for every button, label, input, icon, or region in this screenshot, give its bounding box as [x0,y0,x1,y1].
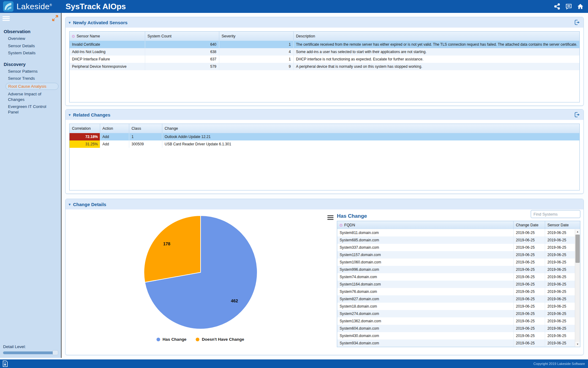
col-header-change-date[interactable]: Change Date [513,221,545,229]
system-row[interactable]: System827.domain.com2019-06-252019-06-25 [337,295,580,303]
system-row[interactable]: System76.domain.com2019-06-252019-06-25 [337,288,580,295]
scroll-down-icon[interactable]: ▼ [575,342,580,347]
has-change-table: FQDN Change Date Sensor Date System811.d… [337,221,580,347]
panel-related-changes: ▾ Related Changes Correlation Action Cla… [65,109,584,194]
has-change-table-wrap: FQDN Change Date Sensor Date System811.d… [337,221,580,347]
sensor-row[interactable]: Peripheral Device Nonresponsive5799A per… [70,63,579,70]
lakeside-logo-icon [3,1,13,12]
sensor-row[interactable]: Invalid Certificate6401The certificate r… [70,41,579,48]
sensors-panel-header: ▾ Newly Activated Sensors [66,17,583,28]
system-row[interactable]: System430.domain.com2019-06-252019-06-25 [337,332,580,339]
collapse-caret-icon[interactable]: ▾ [69,20,71,25]
panel-newly-activated-sensors: ▾ Newly Activated Sensors Sensor Name Sy… [65,17,584,106]
system-row[interactable]: System934.domain.com2019-06-252019-06-25 [337,339,580,347]
sidebar-item-evergreen-it-control-panel[interactable]: Evergreen IT Control Panel [0,103,61,116]
detail-level: Detail Level: [3,344,57,354]
collapse-caret-icon[interactable]: ▾ [69,202,71,207]
scrollbar-thumb[interactable] [575,235,580,263]
change-details-panel-title: Change Details [73,202,106,207]
sensor-row[interactable]: DHCP Interface Failure6371DHCP interface… [70,56,579,63]
col-header-description[interactable]: Description [293,32,579,41]
sidebar-item-system-details[interactable]: System Details [0,49,61,57]
system-row[interactable]: System1157.domain.com2019-06-252019-06-2… [337,251,580,259]
report-document-icon[interactable] [2,360,8,367]
col-header-class[interactable]: Class [129,124,162,133]
sensors-panel-title: Newly Activated Sensors [73,20,128,25]
legend-dot-icon [196,338,199,341]
system-row[interactable]: System74.domain.com2019-06-252019-06-25 [337,273,580,281]
legend-label: Doesn't Have Change [202,337,244,342]
col-header-severity[interactable]: Severity [219,32,293,41]
home-icon[interactable] [577,3,584,10]
sidebar-item-root-cause-analysis[interactable]: Root Cause Analysis [6,83,58,90]
sidebar-nav: ObservationOverviewSensor DetailsSystem … [0,29,61,116]
registered-mark: ® [50,3,52,7]
col-header-sensor-name[interactable]: Sensor Name [70,32,145,41]
chat-icon[interactable] [565,3,572,10]
sidebar-item-sensor-trends[interactable]: Sensor Trends [0,75,61,82]
sidebar-item-adverse-impact-of-changes[interactable]: Adverse Impact of Changes [0,90,61,103]
sidebar-item-overview[interactable]: Overview [0,35,61,42]
legend-item-has-change[interactable]: Has Change [156,337,187,342]
sidebar-item-sensor-details[interactable]: Sensor Details [0,42,61,50]
detail-level-label: Detail Level: [3,344,57,349]
related-change-row[interactable]: 31.25%Add300509USB Card Reader Driver Up… [70,140,579,148]
hamburger-menu-icon[interactable] [2,15,10,21]
export-icon[interactable] [574,111,580,118]
col-header-change[interactable]: Change [162,124,579,133]
col-header-correlation[interactable]: Correlation [70,124,100,133]
system-row[interactable]: System811.domain.com2019-06-252019-06-25 [337,229,580,236]
slider-handle[interactable] [53,351,58,355]
col-header-sensor-date[interactable]: Sensor Date [545,221,580,229]
pie-legend: Has ChangeDoesn't Have Change [66,337,335,342]
pie-slice-doesn-t-have-change[interactable] [144,216,201,282]
filter-circle-icon [340,224,342,227]
related-panel-header: ▾ Related Changes [66,109,583,120]
expand-icon[interactable] [52,15,58,21]
system-row[interactable]: System685.domain.com2019-06-252019-06-25 [337,236,580,244]
panel-change-details: ▾ Change Details 462178 Has ChangeDoesn'… [65,199,584,355]
share-icon[interactable] [554,3,560,10]
sidebar: ObservationOverviewSensor DetailsSystem … [0,13,62,358]
has-change-pie-chart[interactable]: 462178 [66,209,335,335]
system-row[interactable]: System996.domain.com2019-06-252019-06-25 [337,266,580,273]
system-row[interactable]: System18.domain.com2019-06-252019-06-25 [337,303,580,310]
page-title: SysTrack AIOps [66,2,126,11]
legend-item-doesn-t-have-change[interactable]: Doesn't Have Change [196,337,244,342]
correlation-bar: 72.18% [70,133,100,140]
chart-menu-icon[interactable] [327,214,334,219]
pie-value-label: 178 [163,241,171,246]
app-footer: Copyright 2019 Lakeside Software [0,359,588,368]
scrollbar[interactable]: ▲ ▼ [575,229,580,347]
nav-section-discovery: Discovery [4,62,61,67]
system-row[interactable]: System604.domain.com2019-06-252019-06-25 [337,325,580,332]
sensor-row[interactable]: Add-Ins Not Loading6384Some add-ins a us… [70,48,579,56]
related-changes-table: Correlation Action Class Change 72.18%Ad… [70,124,579,148]
system-row[interactable]: System1362.domain.com2019-06-252019-06-2… [337,317,580,325]
system-row[interactable]: System1164.domain.com2019-06-252019-06-2… [337,281,580,288]
find-systems-input[interactable] [531,210,580,218]
col-header-system-count[interactable]: System Count [145,32,219,41]
export-icon[interactable] [574,19,580,26]
pie-value-label: 462 [231,298,238,303]
legend-label: Has Change [163,337,187,342]
collapse-caret-icon[interactable]: ▾ [69,113,71,117]
system-row[interactable]: System1060.domain.com2019-06-252019-06-2… [337,259,580,266]
sidebar-item-sensor-patterns[interactable]: Sensor Patterns [0,68,61,75]
brand-wordmark: Lakeside® [17,2,52,11]
detail-level-slider[interactable] [3,351,57,354]
app-header: Lakeside® SysTrack AIOps [0,0,588,13]
col-header-action[interactable]: Action [100,124,129,133]
scroll-up-icon[interactable]: ▲ [575,229,580,234]
system-row[interactable]: System274.domain.com2019-06-252019-06-25 [337,310,580,317]
system-row[interactable]: System337.domain.com2019-06-252019-06-25 [337,244,580,251]
col-header-fqdn[interactable]: FQDN [337,221,513,229]
related-change-row[interactable]: 72.18%Add1Outlook Addin Update 12.21 [70,133,579,140]
correlation-bar: 31.25% [70,140,100,148]
sensors-table: Sensor Name System Count Severity Descri… [70,32,579,70]
related-panel-title: Related Changes [73,112,111,117]
has-change-title: Has Change [337,213,367,219]
main-content: ▾ Newly Activated Sensors Sensor Name Sy… [62,13,588,358]
legend-dot-icon [156,338,160,341]
filter-circle-icon [72,35,75,38]
